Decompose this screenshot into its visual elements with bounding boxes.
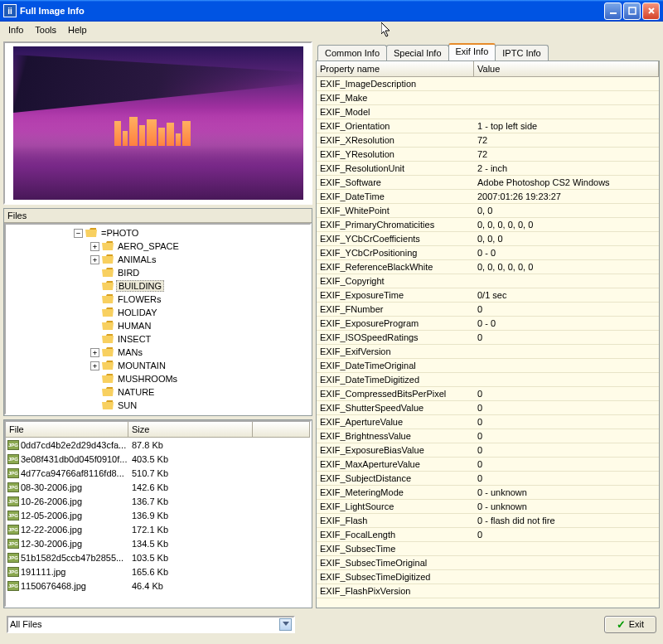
exif-row[interactable]: EXIF_FocalLength0 [317, 528, 659, 542]
file-row[interactable]: JPG12-05-2006.jpg136.9 Kb [6, 508, 310, 522]
exif-row[interactable]: EXIF_ResolutionUnit2 - inch [317, 162, 659, 176]
exif-row[interactable]: EXIF_PrimaryChromaticities0, 0, 0, 0, 0,… [317, 218, 659, 232]
exif-row[interactable]: EXIF_ExposureBiasValue0 [317, 443, 659, 458]
file-row[interactable]: JPG3e08f431db0d045f0910f...403.5 Kb [6, 452, 310, 466]
exif-property: EXIF_Copyright [317, 276, 474, 286]
menu-help[interactable]: Help [63, 23, 92, 36]
tree-item[interactable]: NATURE [7, 385, 308, 399]
value-column-header[interactable]: Value [474, 61, 659, 77]
expand-icon[interactable]: + [90, 242, 99, 251]
menu-info[interactable]: Info [3, 23, 28, 36]
exif-property: EXIF_Flash [317, 516, 474, 525]
tree-item[interactable]: MUSHROOMs [7, 372, 308, 385]
exif-row[interactable]: EXIF_XResolution72 [317, 133, 659, 148]
empty-column-header[interactable] [253, 422, 310, 437]
tree-item[interactable]: INSECT [7, 332, 308, 346]
exif-row[interactable]: EXIF_Copyright [317, 274, 659, 288]
exif-row[interactable]: EXIF_Orientation1 - top left side [317, 119, 659, 133]
exif-row[interactable]: EXIF_Flash0 - flash did not fire [317, 514, 659, 528]
tree-item[interactable]: SUN [7, 399, 308, 412]
exif-row[interactable]: EXIF_SubsecTimeOriginal [317, 556, 659, 570]
file-filter-combo[interactable]: All Files [7, 616, 295, 633]
tree-item[interactable]: HOLIDAY [7, 306, 308, 319]
exif-row[interactable]: EXIF_MaxApertureValue0 [317, 458, 659, 472]
exif-row[interactable]: EXIF_ApertureValue0 [317, 415, 659, 429]
file-row[interactable]: JPG12-30-2006.jpg134.5 Kb [6, 536, 310, 550]
size-column-header[interactable]: Size [128, 422, 253, 437]
exif-row[interactable]: EXIF_FNumber0 [317, 303, 659, 317]
minimize-button[interactable] [604, 2, 622, 20]
exif-row[interactable]: EXIF_BrightnessValue0 [317, 429, 659, 443]
exif-row[interactable]: EXIF_ExposureProgram0 - 0 [317, 317, 659, 331]
menu-tools[interactable]: Tools [30, 23, 61, 36]
exif-row[interactable]: EXIF_ISOSpeedRatings0 [317, 331, 659, 345]
tree-item[interactable]: +MOUNTAIN [7, 359, 308, 372]
expand-icon[interactable]: + [90, 348, 99, 357]
exif-row[interactable]: EXIF_YCbCrPositioning0 - 0 [317, 246, 659, 260]
file-row[interactable]: JPG4d77ca94766af8116fd8...510.7 Kb [6, 466, 310, 480]
tree-item[interactable]: +ANIMALs [7, 253, 308, 266]
exif-row[interactable]: EXIF_ReferenceBlackWhite0, 0, 0, 0, 0, 0 [317, 260, 659, 274]
tree-item[interactable]: BUILDING [7, 279, 308, 293]
tree-item[interactable]: +MANs [7, 346, 308, 359]
tab-special-info[interactable]: Special Info [386, 45, 448, 61]
file-row[interactable]: JPG08-30-2006.jpg142.6 Kb [6, 480, 310, 494]
close-button[interactable] [642, 2, 660, 20]
tree-root[interactable]: −=PHOTO [7, 226, 308, 240]
file-row[interactable]: JPG12-22-2006.jpg172.1 Kb [6, 522, 310, 536]
exif-row[interactable]: EXIF_Make [317, 91, 659, 105]
exif-row[interactable]: EXIF_MeteringMode0 - unknown [317, 486, 659, 500]
tab-exif-info[interactable]: Exif Info [448, 43, 496, 61]
exif-row[interactable]: EXIF_Model [317, 105, 659, 119]
exif-row[interactable]: EXIF_DateTimeDigitized [317, 373, 659, 387]
file-row[interactable]: JPG10-26-2006.jpg136.7 Kb [6, 494, 310, 508]
exif-row[interactable]: EXIF_SubsecTimeDigitized [317, 570, 659, 584]
tree-item[interactable]: HUMAN [7, 319, 308, 332]
exif-row[interactable]: EXIF_FlashPixVersion [317, 584, 659, 598]
exif-row[interactable]: EXIF_SubsecTime [317, 542, 659, 556]
exif-row[interactable]: EXIF_DateTime2007:01:26 19:23:27 [317, 190, 659, 204]
tab-iptc-info[interactable]: IPTC Info [495, 45, 548, 61]
file-row[interactable]: JPG191111.jpg165.6 Kb [6, 564, 310, 579]
collapse-icon[interactable]: − [74, 229, 83, 238]
file-column-header[interactable]: File [6, 422, 128, 437]
exif-row[interactable]: EXIF_WhitePoint0, 0 [317, 204, 659, 218]
folder-icon [102, 387, 114, 397]
check-icon: ✓ [617, 618, 626, 631]
file-name: 10-26-2006.jpg [21, 496, 82, 506]
expand-icon[interactable]: + [90, 361, 99, 370]
exif-property: EXIF_MaxApertureValue [317, 459, 474, 469]
exif-property: EXIF_YCbCrPositioning [317, 248, 474, 258]
exif-row[interactable]: EXIF_SubjectDistance0 [317, 472, 659, 486]
exit-button[interactable]: ✓ Exit [604, 616, 656, 633]
tree-item[interactable]: FLOWERs [7, 293, 308, 306]
file-filter-value: All Files [10, 619, 279, 629]
exif-row[interactable]: EXIF_YResolution72 [317, 148, 659, 162]
file-list[interactable]: File Size JPG0dd7cd4b2e2d29d43cfa...87.8… [4, 420, 312, 608]
maximize-button[interactable] [623, 2, 641, 20]
file-row[interactable]: JPG51b1582d5ccb47b2855...103.5 Kb [6, 550, 310, 564]
exif-row[interactable]: EXIF_CompressedBitsPerPixel0 [317, 387, 659, 401]
folder-icon [102, 321, 114, 331]
exif-property: EXIF_ApertureValue [317, 417, 474, 427]
exif-row[interactable]: EXIF_LightSource0 - unknown [317, 500, 659, 514]
property-column-header[interactable]: Property name [317, 61, 474, 77]
expand-icon[interactable]: + [90, 255, 99, 264]
exif-row[interactable]: EXIF_ExifVersion [317, 345, 659, 359]
exif-row[interactable]: EXIF_ImageDescription [317, 77, 659, 91]
exif-row[interactable]: EXIF_YCbCrCoefficients0, 0, 0 [317, 232, 659, 246]
exif-row[interactable]: EXIF_SoftwareAdobe Photoshop CS2 Windows [317, 176, 659, 190]
exif-property: EXIF_Make [317, 93, 474, 103]
file-row[interactable]: JPG1150676468.jpg46.4 Kb [6, 579, 310, 593]
tree-item[interactable]: +AERO_SPACE [7, 240, 308, 253]
folder-tree[interactable]: −=PHOTO+AERO_SPACE+ANIMALsBIRDBUILDINGFL… [4, 223, 312, 415]
tab-common-info[interactable]: Common Info [317, 45, 387, 61]
chevron-down-icon[interactable] [279, 618, 292, 631]
file-name: 51b1582d5ccb47b2855... [21, 553, 123, 563]
exif-row[interactable]: EXIF_DateTimeOriginal [317, 359, 659, 373]
exif-row[interactable]: EXIF_ExposureTime0/1 sec [317, 288, 659, 303]
file-row[interactable]: JPG0dd7cd4b2e2d29d43cfa...87.8 Kb [6, 438, 310, 452]
exif-table[interactable]: Property name Value EXIF_ImageDescriptio… [317, 61, 659, 608]
exif-row[interactable]: EXIF_ShutterSpeedValue0 [317, 401, 659, 415]
tree-item[interactable]: BIRD [7, 266, 308, 279]
